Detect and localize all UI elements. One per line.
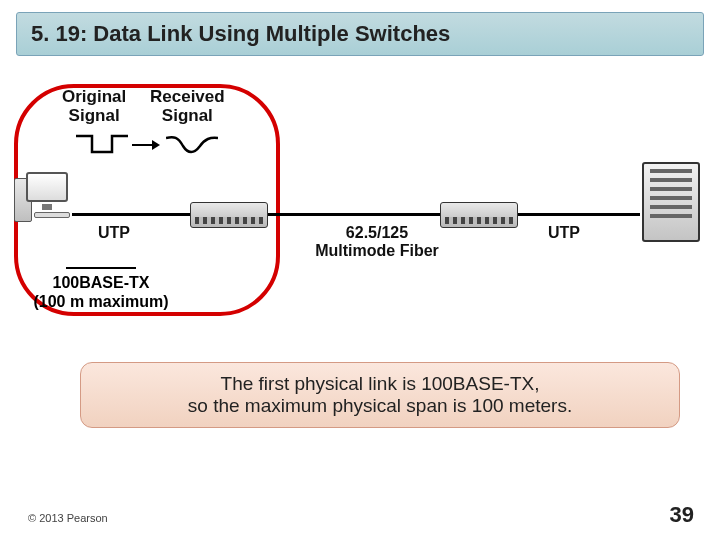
copyright-text: © 2013 Pearson xyxy=(28,512,108,524)
callout-box: The first physical link is 100BASE-TX, s… xyxy=(80,362,680,428)
link-label-utp-right: UTP xyxy=(548,224,580,242)
callout-text: The first physical link is 100BASE-TX, xyxy=(221,373,540,394)
switch-icon xyxy=(190,202,268,228)
diagram-area: Original Signal Received Signal UTP 62.5… xyxy=(20,82,700,322)
label-text: Multimode Fiber xyxy=(315,242,439,259)
label-text: Original xyxy=(62,87,126,106)
arrow-icon xyxy=(132,140,162,150)
link-label-utp-left: UTP xyxy=(98,224,130,242)
label-text: 62.5/125 xyxy=(346,224,408,241)
original-signal-label: Original Signal xyxy=(62,88,126,125)
page-number: 39 xyxy=(670,502,694,528)
server-icon xyxy=(642,162,700,242)
link-label-multimode: 62.5/125 Multimode Fiber xyxy=(312,224,442,261)
received-signal-label: Received Signal xyxy=(150,88,225,125)
workstation-icon xyxy=(20,172,80,232)
label-text: Received xyxy=(150,87,225,106)
standard-name: 100BASE-TX xyxy=(53,274,150,291)
switch-icon xyxy=(440,202,518,228)
cable-segment xyxy=(268,213,440,216)
cable-segment xyxy=(518,213,640,216)
label-text: Signal xyxy=(69,106,120,125)
callout-text: so the maximum physical span is 100 mete… xyxy=(188,395,572,416)
standard-limit: (100 m maximum) xyxy=(33,293,168,310)
received-signal-waveform xyxy=(166,132,218,156)
label-text: Signal xyxy=(162,106,213,125)
original-signal-waveform xyxy=(76,132,128,156)
standard-label: 100BASE-TX (100 m maximum) xyxy=(26,267,176,311)
slide-title: 5. 19: Data Link Using Multiple Switches xyxy=(16,12,704,56)
cable-segment xyxy=(72,213,190,216)
